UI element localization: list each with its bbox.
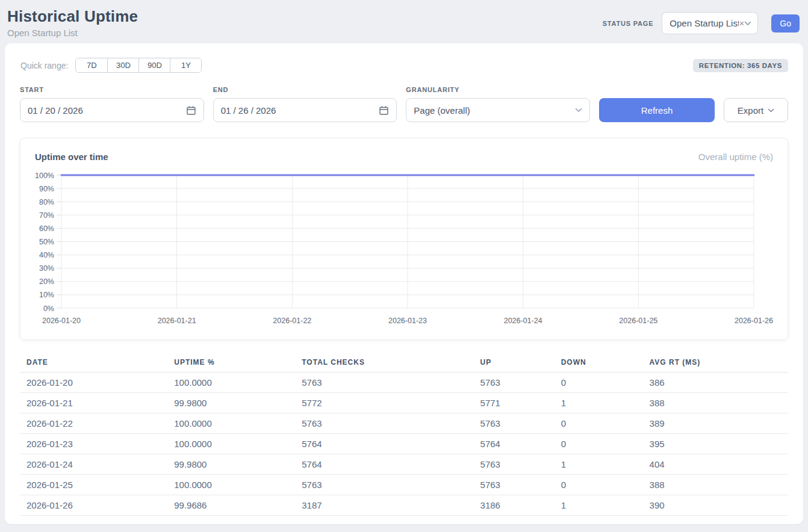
column-header-avg-rt-ms-: AVG RT (MS)	[643, 354, 788, 373]
column-header-up: UP	[474, 354, 555, 373]
column-header-date: DATE	[20, 354, 167, 373]
table-cell: 2026-01-23	[20, 434, 167, 454]
title-block: Historical Uptime Open Startup List	[7, 7, 138, 38]
quick-range-30d[interactable]: 30D	[107, 58, 138, 72]
chevron-down-icon	[575, 108, 582, 113]
svg-text:50%: 50%	[39, 238, 54, 246]
refresh-button[interactable]: Refresh	[599, 98, 715, 122]
svg-text:30%: 30%	[39, 264, 54, 273]
svg-text:2026-01-26: 2026-01-26	[735, 317, 773, 325]
table-cell: 0	[555, 373, 643, 393]
table-cell: 390	[643, 495, 788, 516]
end-date-value: 01 / 26 / 2026	[221, 105, 379, 116]
start-date-input[interactable]: 01 / 20 / 2026	[20, 98, 204, 122]
svg-text:2026-01-21: 2026-01-21	[158, 317, 196, 325]
quick-range-1y[interactable]: 1Y	[170, 58, 201, 72]
status-page-select[interactable]: Open Startup List ×	[662, 12, 758, 34]
table-cell: 395	[643, 434, 788, 454]
page-subtitle: Open Startup List	[7, 28, 138, 38]
chart-card: Uptime over time Overall uptime (%) 100%…	[20, 138, 788, 340]
table-cell: 3186	[474, 495, 555, 516]
table-row: 2026-01-2699.9686318731861390	[20, 495, 788, 516]
table-cell: 5763	[474, 373, 555, 393]
table-cell: 3187	[295, 495, 473, 516]
table-cell: 5763	[295, 475, 473, 495]
column-header-down: DOWN	[555, 354, 643, 373]
main-card: Quick range: 7D30D90D1Y RETENTION: 365 D…	[5, 43, 803, 524]
page-title: Historical Uptime	[7, 7, 138, 26]
status-page-label: STATUS PAGE	[603, 20, 654, 27]
controls-top-row: Quick range: 7D30D90D1Y RETENTION: 365 D…	[20, 58, 788, 73]
table-cell: 1	[555, 454, 643, 475]
clear-icon[interactable]: ×	[739, 18, 745, 28]
table-cell: 1	[555, 393, 643, 413]
svg-text:2026-01-25: 2026-01-25	[619, 317, 657, 325]
table-cell: 100.0000	[167, 475, 295, 495]
table-row: 2026-01-23100.0000576457640395	[20, 434, 788, 454]
status-page-picker: STATUS PAGE Open Startup List × Go	[603, 12, 800, 34]
go-button[interactable]: Go	[771, 14, 800, 32]
table-cell: 5764	[474, 434, 555, 454]
table-cell: 5763	[295, 413, 473, 434]
table-cell: 388	[643, 475, 788, 495]
svg-text:80%: 80%	[39, 198, 54, 206]
table-cell: 0	[555, 413, 643, 434]
export-label: Export	[738, 105, 763, 116]
svg-text:100%: 100%	[35, 172, 54, 180]
table-row: 2026-01-22100.0000576357630389	[20, 413, 788, 434]
table-cell: 100.0000	[167, 434, 295, 454]
status-page-value: Open Startup List	[670, 18, 738, 28]
end-label: END	[213, 86, 397, 93]
table-cell: 100.0000	[167, 373, 295, 393]
calendar-icon[interactable]	[379, 105, 389, 116]
table-cell: 389	[643, 413, 788, 434]
start-field: START 01 / 20 / 2026	[20, 86, 204, 122]
table-cell: 100.0000	[167, 413, 295, 434]
table-row: 2026-01-2199.9800577257711388	[20, 393, 788, 413]
table-row: 2026-01-20100.0000576357630386	[20, 373, 788, 393]
quick-range-7d[interactable]: 7D	[76, 58, 107, 72]
table-cell: 2026-01-21	[20, 393, 167, 413]
table-row: 2026-01-2499.9800576457631404	[20, 454, 788, 475]
start-date-value: 01 / 20 / 2026	[28, 105, 186, 116]
table-cell: 2026-01-26	[20, 495, 167, 516]
table-cell: 5763	[474, 413, 555, 434]
table-cell: 99.9686	[167, 495, 295, 516]
svg-text:10%: 10%	[39, 291, 54, 299]
granularity-value: Page (overall)	[414, 105, 575, 116]
calendar-icon[interactable]	[186, 105, 196, 116]
table-cell: 99.9800	[167, 454, 295, 475]
table-cell: 386	[643, 373, 788, 393]
granularity-label: GRANULARITY	[406, 86, 590, 93]
uptime-chart: 100%90%80%70%60%50%40%30%20%10%0%2026-01…	[35, 169, 774, 327]
start-label: START	[20, 86, 204, 93]
table-cell: 5764	[295, 434, 473, 454]
svg-text:2026-01-22: 2026-01-22	[273, 317, 311, 325]
end-field: END 01 / 26 / 2026	[213, 86, 397, 122]
chart-title: Uptime over time	[35, 152, 108, 162]
svg-text:60%: 60%	[39, 224, 54, 233]
svg-text:0%: 0%	[43, 305, 54, 313]
table-cell: 5763	[295, 373, 473, 393]
quick-range-group: 7D30D90D1Y	[75, 58, 202, 73]
retention-badge: RETENTION: 365 DAYS	[693, 59, 788, 72]
table-cell: 99.9800	[167, 393, 295, 413]
table-cell: 5764	[295, 454, 473, 475]
svg-text:20%: 20%	[39, 277, 54, 286]
table-cell: 5772	[295, 393, 473, 413]
table-header-row: DATEUPTIME %TOTAL CHECKSUPDOWNAVG RT (MS…	[20, 354, 788, 373]
table-cell: 388	[643, 393, 788, 413]
table-cell: 2026-01-25	[20, 475, 167, 495]
granularity-select[interactable]: Page (overall)	[406, 98, 590, 122]
table-cell: 5763	[474, 475, 555, 495]
quick-range-90d[interactable]: 90D	[138, 58, 170, 72]
export-button[interactable]: Export	[724, 98, 788, 122]
quick-range-block: Quick range: 7D30D90D1Y	[20, 58, 202, 73]
table-cell: 0	[555, 434, 643, 454]
quick-range-label: Quick range:	[20, 61, 68, 70]
table-row: 2026-01-25100.0000576357630388	[20, 475, 788, 495]
page-header: Historical Uptime Open Startup List STAT…	[0, 0, 808, 43]
end-date-input[interactable]: 01 / 26 / 2026	[213, 98, 397, 122]
table-cell: 1	[555, 495, 643, 516]
chevron-down-icon	[744, 21, 751, 26]
